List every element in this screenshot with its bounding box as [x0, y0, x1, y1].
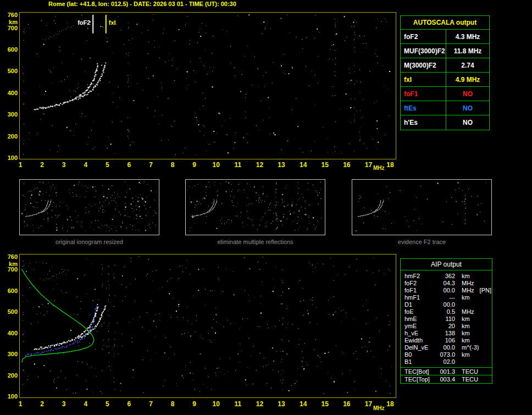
x-axis-unit-label: MHz [373, 405, 385, 411]
x-axis-tick-label: 16 [341, 161, 353, 169]
y-axis-tick-label: 100 [1, 393, 18, 400]
aip-row-unit: km [462, 330, 470, 337]
x-axis-tick-label: 13 [275, 161, 287, 169]
autoscala-table-row: MUF(3000)F211.8 MHz [401, 44, 489, 58]
aip-row-value: 00.0 [435, 344, 455, 351]
aip-row-unit: km [462, 337, 470, 344]
y-axis-tick-label: 200 [1, 372, 18, 379]
autoscala-row-value: 4.9 MHz [446, 73, 489, 86]
aip-row-unit: MHz [462, 287, 474, 294]
aip-table-row: DelN_vE00.0m^(-3) [404, 344, 492, 351]
aip-row-value: 0.5 [435, 308, 455, 316]
x-axis-tick-label: 3 [58, 400, 70, 408]
aip-row-value: 04.3 [435, 280, 455, 287]
aip-row-value: 20 [435, 323, 455, 330]
y-axis-tick-label: 400 [1, 330, 18, 336]
x-axis-tick-label: 8 [167, 161, 179, 169]
autoscala-row-value: 4.3 MHz [446, 30, 489, 43]
autoscala-table-row: h'EsNO [401, 115, 489, 130]
x-axis-tick-label: 11 [232, 400, 244, 408]
x-axis-tick-label: 8 [167, 400, 179, 408]
top-ionogram-canvas: foF2fxI [20, 13, 396, 159]
aip-tec-value: 001.3 [435, 368, 455, 375]
aip-table-row: Ewidth106km [404, 337, 492, 344]
thumbnail-caption-original: original ionogram resized [19, 239, 159, 245]
aip-row-value: 073.0 [435, 351, 455, 358]
x-axis-tick-label: 5 [101, 400, 113, 408]
autoscala-table-rows: foF24.3 MHzMUF(3000)F211.8 MHzM(3000)F22… [401, 30, 489, 130]
autoscala-row-label: ftEs [401, 101, 446, 115]
aip-table-row: foE0.5MHz [404, 308, 492, 316]
x-axis-tick-label: 1 [14, 400, 26, 408]
autoscala-row-label: h'Es [401, 115, 446, 130]
thumbnail-original-ionogram [19, 179, 159, 235]
aip-row-label: Ewidth [404, 337, 435, 344]
aip-row-label: foF2 [404, 280, 435, 287]
aip-output-table: AIP output hmF2362kmfoF204.3MHzfoF100.0M… [400, 258, 492, 384]
autoscala-row-label: fxI [401, 73, 446, 86]
aip-table-row: ymE20km [404, 323, 492, 330]
y-axis-tick-label: 300 [1, 351, 18, 357]
aip-row-unit: MHz [462, 280, 474, 287]
y-axis-tick-label: 600 [1, 287, 18, 294]
aip-table-row: D100.0 [404, 301, 492, 308]
aip-row-unit: MHz [462, 308, 474, 316]
aip-row-label: foE [404, 308, 435, 316]
aip-row-label: h_vE [404, 330, 435, 337]
aip-table-row: h_vE138km [404, 330, 492, 337]
x-axis-tick-label: 15 [319, 161, 331, 169]
y-axis-unit-label: km [1, 261, 18, 267]
aip-row-value: 00.0 [435, 301, 455, 308]
aip-table-row: foF204.3MHz [404, 280, 492, 287]
y-axis-tick-label: 500 [1, 68, 18, 74]
autoscala-table-header: AUTOSCALA output [401, 16, 489, 30]
autoscala-table-row: foF24.3 MHz [401, 30, 489, 44]
aip-row-unit: km [462, 351, 470, 358]
bottom-ionogram-plot [19, 254, 396, 398]
x-axis-tick-label: 6 [123, 400, 135, 408]
page-title: Rome (lat: +41.8, lon: 012.5) - DATE: 20… [48, 1, 236, 7]
aip-table-row: foF100.0MHz[PN] [404, 287, 492, 294]
x-axis-tick-label: 2 [36, 400, 48, 408]
autoscala-row-value: NO [446, 87, 489, 101]
bottom-ionogram-canvas [20, 254, 396, 397]
aip-row-value: 106 [435, 337, 455, 344]
x-axis-tick-label: 7 [145, 400, 157, 408]
y-axis-tick-label: 300 [1, 111, 18, 118]
aip-row-label: B0 [404, 351, 435, 358]
aip-row-unit: km [462, 316, 470, 323]
y-axis-tick-label: 600 [1, 46, 18, 53]
aip-table-row: hmE110km [404, 316, 492, 323]
aip-row-value: 110 [435, 316, 455, 323]
aip-tec-unit: TECU [462, 375, 478, 383]
aip-row-value: 02.0 [435, 358, 455, 366]
autoscala-table-row: foF1NO [401, 87, 489, 101]
thumbnail-f2-evidence-canvas [352, 180, 491, 235]
aip-tec-row: TEC[Top]003.4TECU [401, 375, 492, 383]
y-axis-tick-label: 760 [1, 12, 18, 18]
x-axis-tick-label: 4 [80, 161, 92, 169]
aip-row-value: 362 [435, 273, 455, 280]
x-axis-tick-label: 12 [253, 400, 265, 408]
aip-row-unit: km [462, 273, 470, 280]
x-axis-tick-label: 11 [232, 161, 244, 169]
aip-tec-label: TEC[Top] [404, 375, 435, 383]
aip-table-row: hmF1---km [404, 294, 492, 301]
aip-row-value: --- [435, 294, 455, 301]
autoscala-row-value: 11.8 MHz [446, 44, 489, 58]
x-axis-tick-label: 13 [275, 400, 287, 408]
x-axis-tick-label: 9 [189, 161, 201, 169]
x-axis-tick-label: 3 [58, 161, 70, 169]
x-axis-tick-label: 7 [145, 161, 157, 169]
thumbnail-multiples-removed-canvas [186, 180, 325, 235]
aip-tec-rows: TEC[Bot]001.3TECUTEC[Top]003.4TECU [401, 367, 492, 383]
autoscala-row-value: 2.74 [446, 58, 489, 72]
autoscala-row-label: foF2 [401, 30, 446, 43]
aip-tec-label: TEC[Bot] [404, 368, 435, 375]
svg-text:foF2: foF2 [77, 19, 90, 26]
autoscala-table-row: ftEsNO [401, 101, 489, 115]
x-axis-tick-label: 15 [319, 400, 331, 408]
thumbnail-caption-multiples: eliminate multiple reflections [185, 239, 325, 245]
aip-tec-value: 003.4 [435, 375, 455, 383]
x-axis-tick-label: 10 [210, 400, 222, 408]
